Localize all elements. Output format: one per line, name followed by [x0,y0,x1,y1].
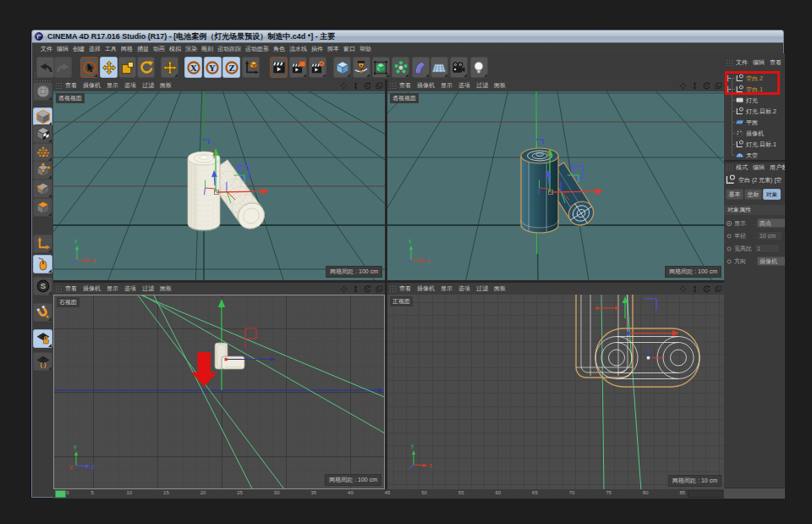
menu-13[interactable]: 运动图形 [245,45,269,53]
viewport-pan-icon[interactable] [338,82,348,90]
viewport-menu-1[interactable]: 查看 [399,81,411,90]
dropdown-显示[interactable]: 圆点 [757,218,785,228]
current-frame-marker[interactable] [55,490,66,498]
last-used-tool-button[interactable] [161,57,178,78]
menu-10[interactable]: 渲染 [185,45,197,53]
keyframe-dot-icon[interactable] [726,258,732,265]
viewport-2-canvas[interactable]: YX透视视图网格间距 : 100 cm [387,91,724,280]
viewport-menu-3[interactable]: 显示 [107,284,118,293]
keyframe-dot-icon[interactable] [726,245,732,252]
tab-坐标[interactable]: 坐标 [744,189,762,200]
viewport-drag-handle[interactable] [389,82,396,89]
viewport-maximize-icon[interactable] [374,285,383,293]
render-view-button[interactable] [270,57,288,78]
viewport-drag-handle[interactable] [55,82,62,89]
viewport-menu-1[interactable]: 查看 [399,284,411,293]
menu-16[interactable]: 插件 [311,45,323,53]
viewport-zoom-icon[interactable] [350,285,359,293]
viewport-rotate-icon[interactable] [701,285,710,293]
viewport-menu-5[interactable]: 过滤 [476,284,488,293]
viewport-zoom-icon[interactable] [689,285,699,293]
menu-4[interactable]: 选择 [89,45,101,53]
edges-mode-button[interactable] [33,179,52,198]
viewport-solo-button[interactable] [33,255,52,273]
attribute-manager-drag-handle[interactable] [726,164,732,171]
y-axis-lock-button[interactable]: Y [204,57,222,78]
attribute-manager-menu-3[interactable]: 用户数据 [770,163,785,172]
viewport-menu-2[interactable]: 摄像机 [417,284,435,293]
make-editable-button[interactable] [33,82,52,101]
texture-mode-button[interactable] [33,124,52,143]
enable-snap-button[interactable] [33,303,52,322]
viewport-3-canvas[interactable]: YZX右视图网格间距 : 100 cm [53,295,385,489]
menu-18[interactable]: 窗口 [343,45,355,53]
viewport-menu-6[interactable]: 面板 [160,81,172,90]
polygons-mode-button[interactable] [33,198,52,217]
viewport-zoom-icon[interactable] [689,82,699,90]
keyframe-dot-icon[interactable] [726,220,732,227]
lock-workplane-button[interactable] [33,329,52,348]
viewport-menu-2[interactable]: 摄像机 [83,81,101,90]
redo-button[interactable] [54,57,72,78]
add-primitive-button[interactable] [333,57,351,78]
add-light-button[interactable] [470,57,488,78]
input-宽高比[interactable]: 1 [754,244,780,253]
scale-tool-button[interactable] [118,57,136,78]
viewport-menu-3[interactable]: 显示 [441,81,453,90]
undo-button[interactable] [36,57,54,78]
menu-6[interactable]: 网格 [121,45,133,53]
rotate-tool-button[interactable] [137,57,155,78]
menu-3[interactable]: 创建 [73,45,85,53]
viewport-menu-3[interactable]: 显示 [441,284,453,293]
add-deformer-button[interactable] [412,57,430,78]
viewport-menu-1[interactable]: 查看 [65,81,77,90]
move-tool-button[interactable] [100,57,118,78]
viewport-menu-2[interactable]: 摄像机 [417,81,435,90]
viewport-menu-2[interactable]: 摄像机 [83,284,101,293]
render-to-picture-viewer-button[interactable] [289,57,307,78]
add-spline-button[interactable] [353,57,370,78]
attribute-manager-menu-1[interactable]: 模式 [736,163,748,172]
viewport-maximize-icon[interactable] [713,285,722,293]
viewport-4-canvas[interactable]: YX正视图网格间距 : 10 cm [387,295,724,489]
viewport-pan-icon[interactable] [338,285,348,293]
object-row-灯光.目标.2[interactable]: 灯光.目标.2 [724,106,785,117]
viewport-rotate-icon[interactable] [701,82,710,90]
input-半径[interactable]: 10 cm [757,231,782,240]
section-object-properties[interactable]: 对象属性 [724,205,785,215]
viewport-menu-3[interactable]: 显示 [107,81,118,90]
object-row-平面[interactable]: 平面 [724,117,785,128]
viewport-drag-handle[interactable] [55,285,62,292]
viewport-menu-1[interactable]: 查看 [65,284,77,293]
menu-7[interactable]: 捕捉 [137,45,149,53]
viewport-maximize-icon[interactable] [374,82,383,90]
viewport-menu-6[interactable]: 面板 [494,81,506,90]
viewport-maximize-icon[interactable] [713,82,722,90]
menu-8[interactable]: 动画 [153,45,165,53]
object-manager-menu-1[interactable]: 文件 [736,58,748,67]
viewport-menu-4[interactable]: 选项 [458,284,470,293]
workplane-mode-button[interactable] [33,143,52,162]
enable-quantizing-button[interactable]: S [33,277,52,295]
object-manager-drag-handle[interactable] [726,59,732,66]
add-environment-button[interactable] [431,57,448,78]
viewport-menu-5[interactable]: 过滤 [142,284,154,293]
viewport-1-canvas[interactable]: YX透视视图网格间距 : 100 cm [53,91,385,280]
coordinate-system-button[interactable] [242,57,260,78]
viewport-zoom-icon[interactable] [350,82,359,90]
object-row-摄像机[interactable]: 摄像机 [724,128,785,139]
menu-5[interactable]: 工具 [105,45,117,53]
add-array-button[interactable] [392,57,409,78]
viewport-rotate-icon[interactable] [362,82,371,90]
viewport-menu-4[interactable]: 选项 [124,81,136,90]
viewport-menu-6[interactable]: 面板 [494,284,506,293]
tab-对象[interactable]: 对象 [763,189,781,200]
viewport-rotate-icon[interactable] [362,285,371,293]
viewport-menu-6[interactable]: 面板 [160,284,172,293]
dropdown-方向[interactable]: 摄像机 [757,256,785,266]
menu-14[interactable]: 角色 [273,45,285,53]
live-selection-button[interactable] [80,57,98,78]
viewport-menu-5[interactable]: 过滤 [476,81,488,90]
menu-15[interactable]: 流水线 [289,45,307,53]
x-axis-lock-button[interactable]: X [184,57,202,78]
